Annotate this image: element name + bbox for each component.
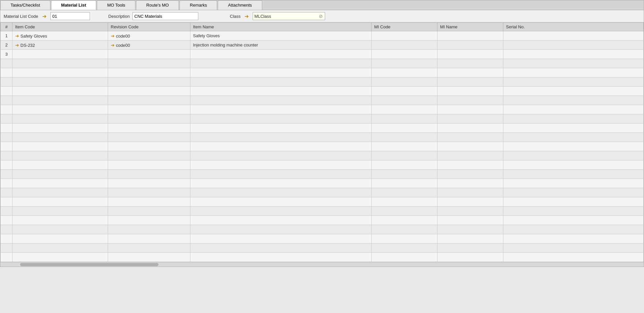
- cell-empty: [503, 124, 644, 133]
- cell-empty: [437, 253, 503, 262]
- cell-empty: [1, 253, 13, 262]
- class-arrow-icon: ➜: [244, 13, 249, 19]
- header-row: Material List Code ➜ Description Class ➜…: [0, 10, 644, 22]
- cell-empty: [108, 105, 190, 114]
- cell-empty: [437, 59, 503, 68]
- tabs-bar: Tasks/ChecklistMaterial ListMO ToolsRout…: [0, 0, 644, 10]
- class-value: MLClass: [254, 14, 318, 19]
- cell-empty: [1, 151, 13, 160]
- cell-empty: [108, 216, 190, 225]
- description-input[interactable]: [132, 12, 198, 20]
- table-row-empty: [1, 77, 644, 87]
- cell-empty: [437, 170, 503, 179]
- cell-empty: [1, 243, 13, 253]
- cell-empty: [108, 253, 190, 262]
- table-row-empty: [1, 170, 644, 179]
- class-clear-button[interactable]: ⊘: [318, 14, 323, 19]
- cell-empty: [1, 170, 13, 179]
- cell-empty: [372, 96, 437, 105]
- cell-empty: [13, 151, 108, 160]
- cell-empty: [1, 216, 13, 225]
- cell-empty: [503, 133, 644, 142]
- col-header-num: #: [1, 23, 13, 31]
- cell-empty: [503, 59, 644, 68]
- cell-empty: [13, 96, 108, 105]
- cell-item-name: [190, 50, 372, 59]
- cell-empty: [190, 151, 372, 160]
- tab-remarks[interactable]: Remarks: [180, 0, 217, 10]
- cell-empty: [437, 151, 503, 160]
- cell-empty: [503, 142, 644, 151]
- cell-empty: [372, 124, 437, 133]
- cell-empty: [503, 188, 644, 197]
- class-label: Class: [230, 14, 241, 19]
- cell-empty: [437, 68, 503, 77]
- cell-empty: [190, 207, 372, 216]
- cell-empty: [437, 179, 503, 188]
- cell-empty: [503, 151, 644, 160]
- cell-empty: [372, 253, 437, 262]
- tab-route-s-mo[interactable]: Route's MO: [136, 0, 179, 10]
- cell-empty: [503, 234, 644, 243]
- cell-empty: [372, 59, 437, 68]
- table-row-empty: [1, 234, 644, 243]
- material-list-code-arrow-icon: ➜: [42, 13, 46, 19]
- tab-attachments[interactable]: Attachments: [218, 0, 262, 10]
- table-row-empty: [1, 68, 644, 77]
- cell-empty: [108, 160, 190, 170]
- cell-empty: [13, 59, 108, 68]
- cell-empty: [372, 179, 437, 188]
- tab-material-list[interactable]: Material List: [51, 0, 97, 10]
- material-list-code-input[interactable]: [50, 12, 90, 20]
- cell-empty: [13, 114, 108, 124]
- tab-tasks-checklist[interactable]: Tasks/Checklist: [0, 0, 50, 10]
- table-row[interactable]: 1➜Safety Gloves➜code00Safety Gloves: [1, 31, 644, 41]
- cell-empty: [437, 77, 503, 87]
- scrollbar-area[interactable]: [0, 262, 644, 267]
- cell-empty: [437, 234, 503, 243]
- table-row-empty: [1, 151, 644, 160]
- cell-empty: [503, 160, 644, 170]
- cell-empty: [13, 87, 108, 96]
- cell-empty: [437, 124, 503, 133]
- cell-empty: [503, 105, 644, 114]
- table-row-empty: [1, 142, 644, 151]
- cell-empty: [437, 133, 503, 142]
- table-row-empty: [1, 207, 644, 216]
- cell-empty: [13, 207, 108, 216]
- material-list-table: # Item Code Revision Code Item Name MI C…: [0, 22, 644, 262]
- cell-empty: [372, 234, 437, 243]
- row-arrow-icon: ➜: [15, 33, 19, 39]
- cell-empty: [190, 216, 372, 225]
- tab-mo-tools[interactable]: MO Tools: [97, 0, 135, 10]
- table-row-empty: [1, 216, 644, 225]
- cell-item-name: Injection molding machine counter: [190, 41, 372, 50]
- cell-empty: [108, 234, 190, 243]
- cell-empty: [503, 253, 644, 262]
- cell-item-name: Safety Gloves: [190, 31, 372, 41]
- cell-empty: [190, 253, 372, 262]
- cell-empty: [372, 114, 437, 124]
- table-row[interactable]: 2➜DS-232➜code00Injection molding machine…: [1, 41, 644, 50]
- cell-empty: [503, 207, 644, 216]
- cell-empty: [13, 170, 108, 179]
- cell-empty: [13, 68, 108, 77]
- cell-serial-no: [503, 50, 644, 59]
- scrollbar-thumb[interactable]: [20, 263, 158, 266]
- cell-revision-code: ➜code00: [108, 31, 190, 41]
- cell-empty: [1, 142, 13, 151]
- cell-empty: [108, 142, 190, 151]
- cell-empty: [437, 225, 503, 234]
- table-row[interactable]: 3: [1, 50, 644, 59]
- table-row-empty: [1, 124, 644, 133]
- cell-mi-name: [437, 41, 503, 50]
- cell-empty: [372, 197, 437, 207]
- cell-empty: [1, 105, 13, 114]
- col-header-item-name: Item Name: [190, 23, 372, 31]
- cell-empty: [13, 225, 108, 234]
- cell-empty: [108, 197, 190, 207]
- cell-empty: [372, 207, 437, 216]
- cell-empty: [1, 59, 13, 68]
- cell-serial-no: [503, 41, 644, 50]
- table-row-empty: [1, 253, 644, 262]
